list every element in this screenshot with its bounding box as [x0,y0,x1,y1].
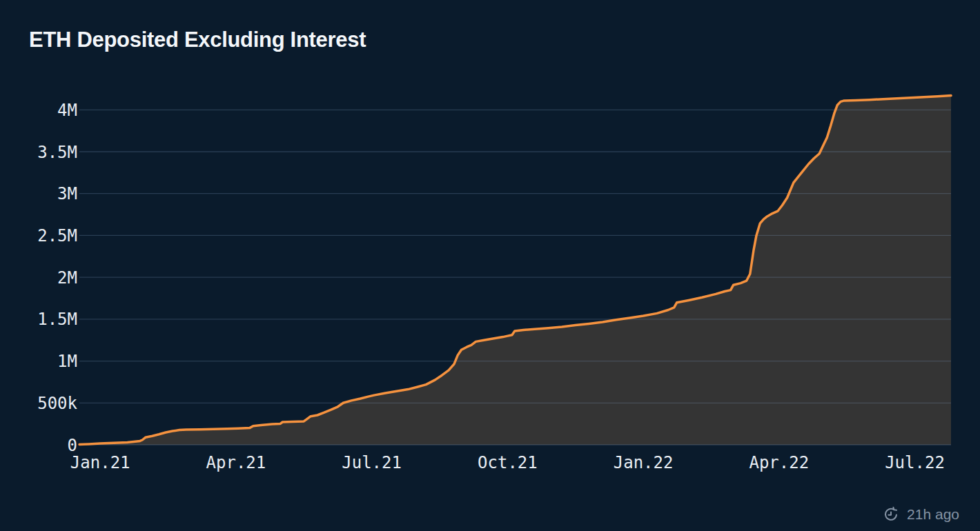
x-axis-tick-label: Apr.22 [749,453,809,472]
eth-deposited-chart[interactable]: 0500k1M1.5M2M2.5M3M3.5M4MJan.21Apr.21Jul… [0,0,980,531]
history-clock-icon [883,506,900,523]
x-axis-tick-label: Apr.21 [206,453,266,472]
y-axis-tick-label: 1.5M [37,310,77,329]
x-axis-tick-label: Jan.22 [614,453,674,472]
x-axis-tick-label: Jul.22 [885,453,945,472]
chart-card: ETH Deposited Excluding Interest 0500k1M… [0,0,980,531]
x-axis-tick-label: Jan.21 [70,453,130,472]
y-axis-tick-label: 0 [68,436,77,455]
x-axis-tick-label: Jul.21 [342,453,402,472]
y-axis-tick-label: 2.5M [37,226,77,246]
last-updated: 21h ago [883,506,959,523]
y-axis-tick-label: 1M [57,352,77,371]
y-axis-tick-label: 500k [37,394,77,413]
y-axis-tick-label: 4M [57,101,77,120]
y-axis-tick-label: 3.5M [37,143,77,162]
x-axis-tick-label: Oct.21 [478,453,538,472]
y-axis-tick-label: 3M [57,184,77,203]
y-axis-tick-label: 2M [57,268,77,288]
last-updated-label: 21h ago [907,506,959,523]
series-area-fill [79,96,951,445]
